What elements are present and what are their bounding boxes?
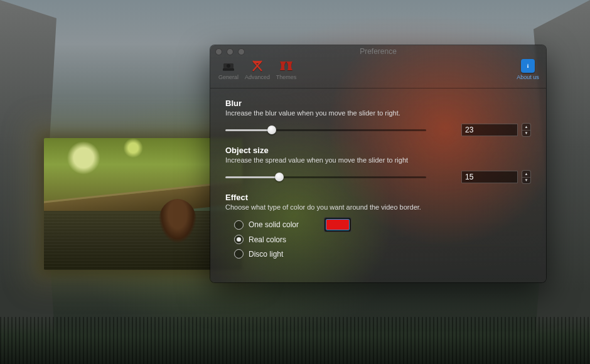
svg-point-2 [227, 64, 230, 68]
radio-icon [234, 235, 244, 244]
blur-step-up[interactable]: ▲ [522, 124, 530, 131]
toolbar: General Advanced Themes i About us [210, 58, 546, 88]
effect-title: Effect [225, 193, 531, 202]
tab-themes-label: Themes [276, 74, 297, 80]
content-pane: Blur Increase the blur value when you mo… [210, 88, 546, 267]
info-icon: i [521, 59, 535, 73]
video-subject [159, 199, 196, 243]
window-title: Preference [210, 47, 546, 56]
blur-row: 23 ▲ ▼ [225, 123, 531, 137]
effect-disco-label: Disco light [249, 250, 283, 259]
radio-icon [234, 249, 244, 259]
blur-stepper[interactable]: ▲ ▼ [522, 123, 531, 137]
tab-themes[interactable]: Themes [272, 58, 301, 80]
blur-value-field[interactable]: 23 [461, 124, 518, 136]
color-swatch[interactable] [326, 220, 349, 230]
object-size-stepper[interactable]: ▲ ▼ [522, 170, 531, 184]
object-size-step-down[interactable]: ▼ [522, 178, 530, 184]
object-size-step-up[interactable]: ▲ [522, 171, 530, 178]
effect-real-colors-label: Real colors [249, 235, 286, 244]
tab-advanced-label: Advanced [245, 74, 270, 80]
effect-option-disco[interactable]: Disco light [225, 247, 531, 261]
blur-slider-thumb[interactable] [267, 126, 276, 134]
blur-desc: Increase the blur value when you move th… [225, 109, 531, 117]
effect-desc: Choose what type of color do you want ar… [225, 203, 531, 211]
effect-one-solid-label: One solid color [249, 220, 299, 229]
object-size-row: 15 ▲ ▼ [225, 170, 531, 184]
tab-general[interactable]: General [214, 58, 243, 80]
window-titlebar[interactable]: Preference [210, 45, 546, 58]
svg-rect-1 [223, 68, 234, 70]
director-chair-icon [249, 59, 266, 73]
object-size-slider[interactable] [225, 173, 426, 181]
about-label: About us [517, 74, 539, 80]
blur-slider[interactable] [225, 126, 426, 134]
preferences-window: Preference General Advanced [210, 45, 546, 282]
blur-title: Blur [225, 99, 531, 108]
camera-icon [220, 59, 237, 73]
svg-rect-3 [254, 61, 261, 63]
tab-general-label: General [218, 74, 239, 80]
about-button[interactable]: i About us [515, 59, 541, 80]
wallpaper-trees [0, 317, 590, 364]
object-size-title: Object size [225, 146, 531, 155]
effect-option-one-solid[interactable]: One solid color [225, 217, 531, 232]
blur-step-down[interactable]: ▼ [522, 131, 530, 137]
curtain-icon [277, 59, 295, 73]
object-size-slider-thumb[interactable] [275, 173, 284, 181]
object-size-desc: Increase the spread value when you move … [225, 156, 531, 164]
radio-icon [234, 220, 244, 230]
tab-advanced[interactable]: Advanced [243, 58, 272, 80]
effect-option-real-colors[interactable]: Real colors [225, 232, 531, 247]
object-size-value-field[interactable]: 15 [461, 171, 518, 183]
